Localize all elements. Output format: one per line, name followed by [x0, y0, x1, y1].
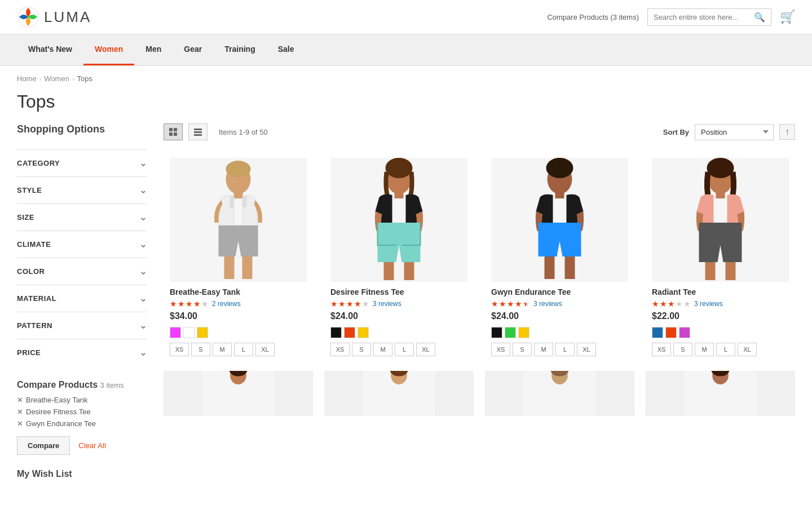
product-name-1[interactable]: Breathe-Easy Tank	[170, 287, 307, 296]
size-xl-2[interactable]: XL	[416, 343, 435, 356]
bottom-product-2[interactable]	[324, 371, 474, 416]
bottom-product-1[interactable]	[164, 371, 313, 416]
nav-item-training[interactable]: Training	[213, 34, 266, 65]
bottom-product-3[interactable]	[485, 371, 634, 416]
filter-climate-header[interactable]: CLIMATE ⌄	[17, 231, 147, 258]
product-rating-1: ★ ★ ★ ★ ★ 2 reviews	[170, 299, 307, 308]
sidebar: Shopping Options CATEGORY ⌄ STYLE ⌄ SIZE…	[17, 123, 147, 479]
nav-item-sale[interactable]: Sale	[267, 34, 306, 65]
product-reviews-4[interactable]: 3 reviews	[694, 300, 723, 308]
color-swatch-yellow-2[interactable]	[358, 327, 369, 338]
search-box: 🔍	[647, 8, 771, 26]
size-l-3[interactable]: L	[555, 343, 575, 356]
wishlist-title: My Wish List	[17, 469, 147, 479]
size-xs-2[interactable]: XS	[330, 343, 350, 356]
compare-button[interactable]: Compare	[17, 436, 70, 455]
color-swatch-orange-2[interactable]	[344, 327, 355, 338]
search-button[interactable]: 🔍	[754, 12, 765, 23]
product-image-3[interactable]	[491, 158, 628, 282]
product-colors-2	[330, 327, 467, 338]
size-xs-4[interactable]: XS	[652, 343, 671, 356]
product-reviews-2[interactable]: 3 reviews	[373, 300, 401, 308]
color-swatch-pink-4[interactable]	[679, 327, 690, 338]
color-swatch-yellow-3[interactable]	[518, 327, 529, 338]
product-reviews-1[interactable]: 2 reviews	[212, 300, 241, 308]
logo[interactable]: LUMA	[17, 6, 91, 28]
sort-select[interactable]: Position Product Name Price	[695, 124, 774, 140]
size-xs-3[interactable]: XS	[491, 343, 510, 356]
size-s-1[interactable]: S	[191, 343, 210, 356]
filter-color: COLOR ⌄	[17, 258, 147, 285]
compare-item-3-remove[interactable]: ✕	[17, 420, 23, 428]
bottom-figure-1	[164, 371, 313, 416]
product-sizes-2: XS S M L XL	[330, 343, 467, 356]
color-swatch-black-2[interactable]	[330, 327, 342, 338]
product-card-1: Breathe-Easy Tank ★ ★ ★ ★ ★ 2 reviews $3…	[164, 152, 313, 362]
filter-color-header[interactable]: COLOR ⌄	[17, 258, 147, 285]
filter-size-header[interactable]: SIZE ⌄	[17, 204, 147, 231]
color-swatch-orange-4[interactable]	[665, 327, 677, 338]
color-swatch-green-3[interactable]	[505, 327, 516, 338]
product-image-1[interactable]	[170, 158, 307, 282]
list-view-button[interactable]	[188, 123, 208, 140]
sort-asc-button[interactable]: ↑	[779, 124, 795, 140]
size-m-4[interactable]: M	[695, 343, 714, 356]
grid-view-button[interactable]	[164, 123, 183, 140]
nav-item-women[interactable]: Women	[83, 34, 134, 65]
color-swatch-blue-4[interactable]	[652, 327, 663, 338]
compare-item-2-remove[interactable]: ✕	[17, 408, 23, 416]
breadcrumb-home[interactable]: Home	[17, 74, 37, 83]
list-view-icon	[193, 127, 202, 136]
product-name-2[interactable]: Desiree Fitness Tee	[330, 287, 467, 296]
svg-rect-12	[230, 196, 235, 207]
svg-rect-32	[705, 262, 716, 280]
product-name-4[interactable]: Radiant Tee	[652, 287, 789, 296]
svg-rect-27	[565, 256, 575, 279]
size-l-4[interactable]: L	[716, 343, 735, 356]
size-m-3[interactable]: M	[534, 343, 553, 356]
color-swatch-yellow-1[interactable]	[197, 327, 208, 338]
filter-style-header[interactable]: STYLE ⌄	[17, 177, 147, 203]
logo-icon	[17, 6, 39, 28]
size-xl-4[interactable]: XL	[738, 343, 757, 356]
search-input[interactable]	[654, 13, 754, 21]
cart-icon[interactable]: 🛒	[780, 10, 795, 24]
size-s-4[interactable]: S	[673, 343, 692, 356]
product-image-2[interactable]	[330, 158, 467, 282]
size-s-3[interactable]: S	[513, 343, 532, 356]
items-count: Items 1-9 of 50	[219, 128, 268, 136]
filter-size-chevron: ⌄	[139, 212, 147, 223]
product-name-3[interactable]: Gwyn Endurance Tee	[491, 287, 628, 296]
compare-item-1-remove[interactable]: ✕	[17, 396, 23, 404]
filter-climate: CLIMATE ⌄	[17, 231, 147, 258]
breadcrumb-women[interactable]: Women	[44, 74, 69, 83]
nav-item-gear[interactable]: Gear	[173, 34, 213, 65]
product-reviews-3[interactable]: 3 reviews	[533, 300, 562, 308]
bottom-product-4[interactable]	[646, 371, 795, 416]
color-swatch-purple-1[interactable]	[170, 327, 181, 338]
toolbar: Items 1-9 of 50 Sort By Position Product…	[164, 123, 795, 140]
breadcrumb-sep-2: ›	[72, 76, 74, 82]
filter-price: PRICE ⌄	[17, 339, 147, 366]
svg-rect-11	[234, 191, 243, 198]
product-image-4[interactable]	[652, 158, 789, 282]
clear-all-link[interactable]: Clear All	[78, 441, 105, 450]
nav-item-whats-new[interactable]: What's New	[17, 34, 83, 65]
size-s-2[interactable]: S	[352, 343, 371, 356]
nav-item-men[interactable]: Men	[134, 34, 173, 65]
filter-style: STYLE ⌄	[17, 176, 147, 203]
filter-category-header[interactable]: CATEGORY ⌄	[17, 150, 147, 176]
size-m-1[interactable]: M	[213, 343, 232, 356]
size-xs-1[interactable]: XS	[170, 343, 189, 356]
size-l-2[interactable]: L	[395, 343, 414, 356]
filter-pattern-header[interactable]: PATTERN ⌄	[17, 312, 147, 339]
filter-price-header[interactable]: PRICE ⌄	[17, 339, 147, 366]
color-swatch-white-1[interactable]	[183, 327, 195, 338]
size-xl-3[interactable]: XL	[577, 343, 596, 356]
color-swatch-black-3[interactable]	[491, 327, 502, 338]
filter-material-header[interactable]: MATERIAL ⌄	[17, 285, 147, 312]
size-m-2[interactable]: M	[373, 343, 392, 356]
product-rating-2: ★ ★ ★ ★ ★ 3 reviews	[330, 299, 467, 308]
size-xl-1[interactable]: XL	[255, 343, 275, 356]
size-l-1[interactable]: L	[234, 343, 253, 356]
